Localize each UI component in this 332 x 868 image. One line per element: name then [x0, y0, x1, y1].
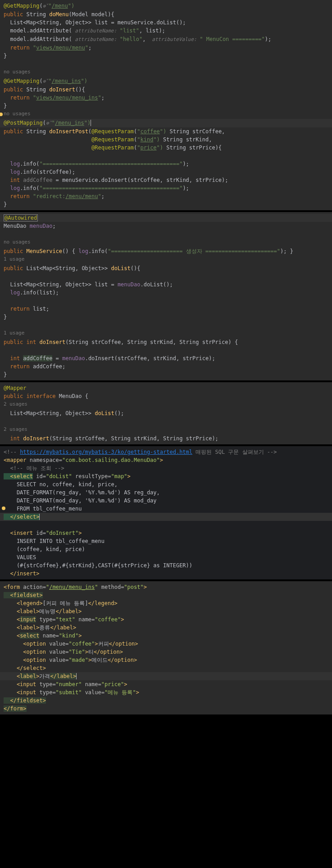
code-line[interactable]: public int doInsert(String strCoffee, St…: [0, 338, 332, 346]
code-line[interactable]: DATE_FORMAT(mod_day, '%Y.%m.%d') AS mod_…: [0, 497, 332, 505]
code-line[interactable]: </select>: [0, 513, 332, 521]
code-line[interactable]: public List<Map<String, Object>> doList(…: [0, 264, 332, 272]
usage-hint[interactable]: 2 usages: [0, 425, 332, 434]
editor-service[interactable]: @Autowired MenuDao menuDao; no usages pu…: [0, 212, 332, 380]
code-line[interactable]: @GetMapping(⊕˅"/menu"): [0, 2, 332, 10]
code-line[interactable]: <!-- 메뉴 조회 -->: [0, 464, 332, 472]
bulb-icon[interactable]: [0, 113, 3, 116]
code-line[interactable]: <label>종류</label>: [0, 624, 332, 632]
code-line[interactable]: <insert id="doInsert">: [0, 529, 332, 537]
code-line[interactable]: log.info(strCoffee);: [0, 168, 332, 176]
code-line[interactable]: <label>가격</label>: [0, 672, 332, 680]
code-line[interactable]: SELECT no, coffee, kind, price,: [0, 480, 332, 488]
caret: [39, 514, 43, 520]
code-line[interactable]: @RequestParam("kind") String strKind,: [0, 136, 332, 144]
code-line[interactable]: <legend>[커피 메뉴 등록]</legend>: [0, 599, 332, 607]
code-line[interactable]: return "views/menu/menu";: [0, 44, 332, 52]
code-line[interactable]: }: [0, 313, 332, 321]
code-line[interactable]: @Mapper: [0, 384, 332, 392]
code-line[interactable]: <option value="coffee">커피</option>: [0, 640, 332, 648]
code-line[interactable]: <option value="made">메이드</option>: [0, 656, 332, 664]
code-line[interactable]: INSERT INTO tbl_coffee_menu: [0, 537, 332, 545]
code-line[interactable]: int addCoffee = menuService.doInsert(str…: [0, 176, 332, 184]
code-line[interactable]: @GetMapping(⊕˅"/menu_ins"): [0, 77, 332, 86]
code-line[interactable]: }: [0, 200, 332, 208]
usage-hint[interactable]: 2 usages: [0, 400, 332, 409]
code-line[interactable]: public MenuService() { log.info("=======…: [0, 247, 332, 255]
code-line[interactable]: <form action="/menu/menu_ins" method="po…: [0, 583, 332, 591]
code-line[interactable]: public String doMenu(Model model){: [0, 10, 332, 18]
code-line[interactable]: }: [0, 52, 332, 60]
code-line[interactable]: public String doInsertPost(@RequestParam…: [0, 127, 332, 136]
code-line[interactable]: MenuDao menuDao;: [0, 222, 332, 230]
code-line[interactable]: <!-- https://mybatis.org/mybatis-3/ko/ge…: [0, 448, 332, 456]
code-line[interactable]: </fieldset>: [0, 696, 332, 705]
caret: [76, 673, 80, 679]
code-line[interactable]: <select name="kind">: [0, 632, 332, 640]
code-line[interactable]: model.addAttribute( attributeName: "list…: [0, 27, 332, 35]
code-line[interactable]: model.addAttribute( attributeName: "hell…: [0, 35, 332, 44]
code-line[interactable]: log.info("==============================…: [0, 184, 332, 192]
usage-hint[interactable]: 1 usage: [0, 329, 332, 338]
editor-html-form[interactable]: <form action="/menu/menu_ins" method="po…: [0, 581, 332, 714]
code-line[interactable]: <mapper namespace="com.boot.sailing.dao.…: [0, 456, 332, 464]
code-line[interactable]: DATE_FORMAT(reg_day, '%Y.%m.%d') AS reg_…: [0, 488, 332, 497]
code-line[interactable]: VALUES: [0, 553, 332, 561]
code-line[interactable]: <fieldset>: [0, 591, 332, 599]
caret: [91, 120, 94, 126]
code-line[interactable]: List<Map<String, Object>> list = menuSer…: [0, 18, 332, 27]
code-line[interactable]: int doInsert(String strCoffee, String st…: [0, 434, 332, 443]
code-line[interactable]: int addCoffee = menuDao.doInsert(strCoff…: [0, 354, 332, 362]
code-line[interactable]: <input type="text" name="coffee">: [0, 615, 332, 624]
code-line[interactable]: List<Map<String, Object>> doList();: [0, 409, 332, 417]
code-line[interactable]: return "redirect:/menu/menu";: [0, 192, 332, 200]
gutter-icon: ⊕˅: [43, 3, 49, 9]
code-line[interactable]: <select id="doList" resultType="map">: [0, 472, 332, 480]
code-line[interactable]: return "views/menu/menu_ins";: [0, 94, 332, 102]
code-line[interactable]: log.info(list);: [0, 289, 332, 297]
code-line[interactable]: </select>: [0, 664, 332, 672]
code-line[interactable]: @PostMapping(⊕˅"/menu_ins"): [0, 119, 332, 127]
code-line[interactable]: @Autowired: [0, 214, 332, 222]
usage-hint[interactable]: 1 usage: [0, 255, 332, 264]
code-line[interactable]: @RequestParam("price") String strPrice){: [0, 144, 332, 152]
param-hint: attributeName:: [72, 36, 120, 42]
editor-dao[interactable]: @Mapper public interface MenuDao { 2 usa…: [0, 382, 332, 444]
param-hint: attributeName:: [72, 28, 120, 34]
usage-hint[interactable]: no usages: [0, 110, 332, 119]
bulb-icon[interactable]: [2, 506, 5, 510]
code-line[interactable]: </form>: [0, 705, 332, 713]
code-line[interactable]: }: [0, 102, 332, 110]
code-line[interactable]: return addCoffee;: [0, 362, 332, 371]
code-line[interactable]: log.info("==============================…: [0, 160, 332, 168]
code-line[interactable]: </insert>: [0, 570, 332, 578]
code-line[interactable]: }: [0, 371, 332, 379]
param-hint: attributeValue:: [149, 36, 200, 42]
code-line[interactable]: <option value="Tie">티</option>: [0, 648, 332, 656]
code-line[interactable]: List<Map<String, Object>> list = menuDao…: [0, 280, 332, 289]
code-line[interactable]: <input type="number" name="price">: [0, 680, 332, 688]
code-line[interactable]: <label>메뉴명</label>: [0, 607, 332, 615]
editor-mapper-xml[interactable]: <!-- https://mybatis.org/mybatis-3/ko/ge…: [0, 446, 332, 579]
code-line[interactable]: (#{strCoffee},#{strKind},CAST(#{strPrice…: [0, 561, 332, 570]
annotation: @GetMapping: [4, 3, 39, 9]
gutter-icon: ⊕˅: [43, 78, 49, 84]
code-line[interactable]: (coffee, kind, price): [0, 545, 332, 553]
code-line[interactable]: public String doInsert(){: [0, 86, 332, 94]
editor-controller[interactable]: @GetMapping(⊕˅"/menu") public String doM…: [0, 0, 332, 210]
code-line[interactable]: FROM tbl_coffee_menu: [0, 505, 332, 513]
usage-hint[interactable]: no usages: [0, 238, 332, 247]
code-line[interactable]: return list;: [0, 305, 332, 313]
usage-hint[interactable]: no usages: [0, 68, 332, 77]
gutter-icon: ⊕˅: [46, 120, 52, 126]
code-line[interactable]: public interface MenuDao {: [0, 392, 332, 400]
code-line[interactable]: <input type="submit" value="메뉴 등록">: [0, 688, 332, 696]
